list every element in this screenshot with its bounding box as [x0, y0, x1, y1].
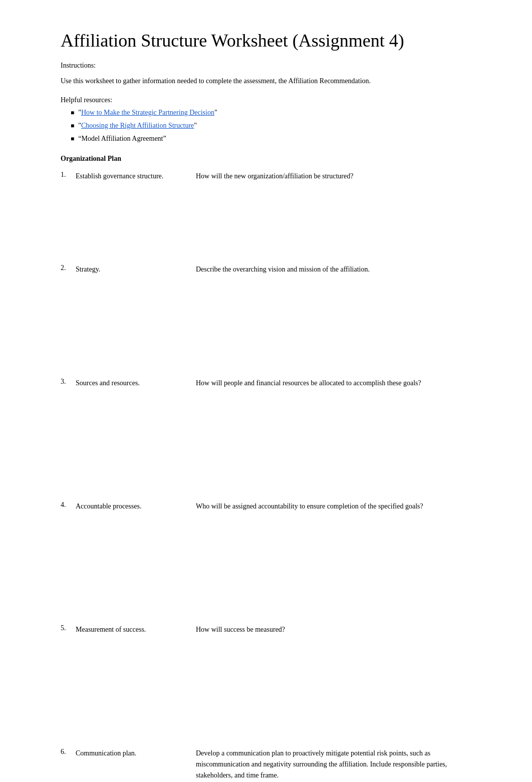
item-question: Who will be assigned accountability to e… — [196, 501, 471, 512]
item-content: Establish governance structure. How will… — [76, 171, 471, 264]
item-number: 4. — [61, 501, 76, 624]
item-row: Communication plan. Develop a communicat… — [76, 748, 471, 781]
section-heading: Organizational Plan — [61, 155, 471, 163]
item-label: Communication plan. — [76, 748, 196, 781]
answer-space-3 — [76, 391, 471, 501]
list-item: 5. Measurement of success. How will succ… — [61, 624, 471, 747]
item-content: Accountable processes. Who will be assig… — [76, 501, 471, 624]
list-item: 1. Establish governance structure. How w… — [61, 171, 471, 264]
item-question: How will the new organization/affiliatio… — [196, 171, 471, 182]
item-row: Sources and resources. How will people a… — [76, 378, 471, 389]
page-title: Affiliation Structure Worksheet (Assignm… — [61, 30, 471, 52]
instructions-label: Instructions: — [61, 62, 471, 70]
list-item: ■ "How to Make the Strategic Partnering … — [71, 107, 471, 118]
bullet-icon: ■ — [71, 108, 74, 118]
answer-space-1 — [76, 184, 471, 264]
item-number: 1. — [61, 171, 76, 264]
list-item: ■ "Choosing the Right Affiliation Struct… — [71, 120, 471, 131]
list-item: 6. Communication plan. Develop a communi… — [61, 748, 471, 782]
bullet-icon: ■ — [71, 134, 74, 144]
item-question: Develop a communication plan to proactiv… — [196, 748, 471, 781]
resource-link-2[interactable]: Choosing the Right Affiliation Structure — [81, 122, 194, 129]
item-content: Strategy. Describe the overarching visio… — [76, 264, 471, 377]
item-number: 2. — [61, 264, 76, 377]
item-question: How will success be measured? — [196, 624, 471, 635]
item-content: Communication plan. Develop a communicat… — [76, 748, 471, 782]
item-label: Strategy. — [76, 264, 196, 275]
list-item: 3. Sources and resources. How will peopl… — [61, 378, 471, 501]
item-label: Measurement of success. — [76, 624, 196, 635]
intro-text: Use this worksheet to gather information… — [61, 76, 471, 87]
list-item: 2. Strategy. Describe the overarching vi… — [61, 264, 471, 377]
item-row: Measurement of success. How will success… — [76, 624, 471, 635]
item-question: How will people and financial resources … — [196, 378, 471, 389]
helpful-label: Helpful resources: — [61, 96, 471, 104]
resource-plain: “Model Affiliation Agreement” — [78, 133, 166, 144]
item-content: Sources and resources. How will people a… — [76, 378, 471, 501]
item-row: Strategy. Describe the overarching visio… — [76, 264, 471, 275]
item-number: 6. — [61, 748, 76, 782]
answer-space-5 — [76, 638, 471, 748]
item-number: 5. — [61, 624, 76, 747]
bullet-icon: ■ — [71, 121, 74, 131]
item-question: Describe the overarching vision and miss… — [196, 264, 471, 275]
item-row: Accountable processes. Who will be assig… — [76, 501, 471, 512]
resource-item: "How to Make the Strategic Partnering De… — [78, 107, 233, 118]
resource-link-1[interactable]: How to Make the Strategic Partnering Dec… — [81, 109, 214, 116]
item-label: Accountable processes. — [76, 501, 196, 512]
page-container: Affiliation Structure Worksheet (Assignm… — [51, 0, 481, 782]
item-row: Establish governance structure. How will… — [76, 171, 471, 182]
numbered-list: 1. Establish governance structure. How w… — [61, 171, 471, 782]
item-label: Sources and resources. — [76, 378, 196, 389]
item-number: 3. — [61, 378, 76, 501]
answer-space-4 — [76, 514, 471, 624]
item-label: Establish governance structure. — [76, 171, 196, 182]
resource-item: "Choosing the Right Affiliation Structur… — [78, 120, 212, 131]
answer-space-2 — [76, 278, 471, 378]
item-content: Measurement of success. How will success… — [76, 624, 471, 747]
list-item: ■ “Model Affiliation Agreement” — [71, 133, 471, 144]
resources-list: ■ "How to Make the Strategic Partnering … — [71, 107, 471, 145]
list-item: 4. Accountable processes. Who will be as… — [61, 501, 471, 624]
